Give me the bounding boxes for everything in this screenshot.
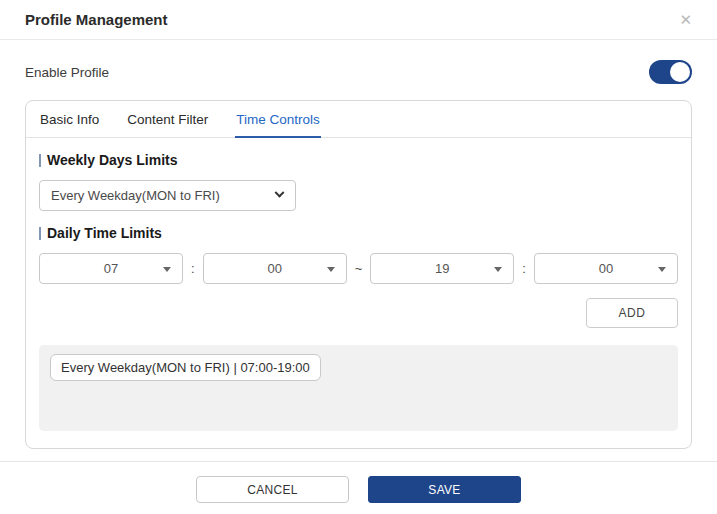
end-hour-select[interactable]: 19 — [370, 253, 514, 284]
tab-time-controls[interactable]: Time Controls — [235, 101, 321, 138]
range-tilde-separator: ~ — [355, 261, 363, 276]
section-accent-bar — [39, 154, 41, 167]
add-button[interactable]: ADD — [586, 298, 678, 328]
caret-down-icon — [494, 267, 502, 272]
tab-bar: Basic Info Content Filter Time Controls — [26, 101, 691, 138]
enable-profile-label: Enable Profile — [25, 65, 109, 80]
daily-time-row: 07 : 00 ~ 19 : 00 — [39, 253, 678, 284]
daily-time-section-title: Daily Time Limits — [39, 225, 678, 241]
time-colon-separator: : — [522, 261, 526, 276]
caret-down-icon — [658, 267, 666, 272]
footer-actions: CANCEL SAVE — [0, 476, 717, 503]
end-minute-select[interactable]: 00 — [534, 253, 678, 284]
footer-divider — [0, 461, 717, 462]
enable-profile-row: Enable Profile — [25, 60, 692, 84]
caret-down-icon — [327, 267, 335, 272]
close-icon[interactable]: ✕ — [679, 12, 692, 27]
caret-down-icon — [163, 267, 171, 272]
schedule-list-panel: Every Weekday(MON to FRI) | 07:00-19:00 — [39, 345, 678, 431]
start-minute-value: 00 — [267, 261, 281, 276]
end-minute-value: 00 — [599, 261, 613, 276]
daily-time-title-text: Daily Time Limits — [47, 225, 162, 241]
weekly-days-selected-value: Every Weekday(MON to FRI) — [51, 188, 220, 203]
start-hour-value: 07 — [104, 261, 118, 276]
weekly-days-title-text: Weekly Days Limits — [47, 152, 177, 168]
profile-management-dialog: Profile Management ✕ Enable Profile Basi… — [0, 0, 717, 514]
schedule-chip[interactable]: Every Weekday(MON to FRI) | 07:00-19:00 — [50, 354, 321, 381]
add-button-row: ADD — [39, 298, 678, 328]
start-hour-select[interactable]: 07 — [39, 253, 183, 284]
toggle-knob — [670, 62, 690, 82]
start-minute-select[interactable]: 00 — [203, 253, 347, 284]
weekly-days-section-title: Weekly Days Limits — [39, 152, 678, 168]
time-colon-separator: : — [191, 261, 195, 276]
section-accent-bar — [39, 227, 41, 240]
end-hour-value: 19 — [435, 261, 449, 276]
tab-content-filter[interactable]: Content Filter — [126, 101, 209, 138]
save-button[interactable]: SAVE — [368, 476, 521, 503]
dialog-header: Profile Management ✕ — [0, 0, 717, 40]
dialog-title: Profile Management — [25, 11, 168, 28]
chevron-down-icon — [275, 188, 285, 198]
profile-settings-card: Basic Info Content Filter Time Controls … — [25, 100, 692, 449]
weekly-days-select[interactable]: Every Weekday(MON to FRI) — [39, 180, 296, 211]
enable-profile-toggle[interactable] — [649, 60, 692, 84]
tab-basic-info[interactable]: Basic Info — [39, 101, 100, 138]
cancel-button[interactable]: CANCEL — [196, 476, 349, 503]
